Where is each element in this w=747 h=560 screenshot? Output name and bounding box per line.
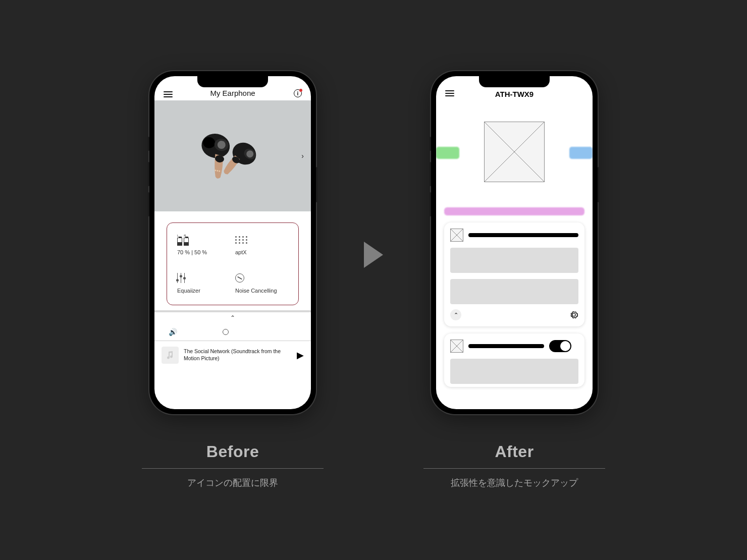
status-chip-right[interactable] bbox=[569, 147, 593, 159]
info-icon[interactable]: i bbox=[294, 89, 302, 97]
music-note-icon bbox=[162, 347, 179, 364]
before-screen: My Earphone i bbox=[154, 76, 311, 409]
after-label: After 拡張性を意識したモックアップ bbox=[423, 442, 605, 489]
divider bbox=[423, 468, 605, 469]
divider bbox=[142, 468, 324, 469]
chevron-right-icon[interactable]: › bbox=[301, 152, 304, 160]
content-placeholder bbox=[450, 248, 578, 273]
gear-icon[interactable] bbox=[569, 310, 578, 319]
arrow-right-icon bbox=[364, 242, 383, 268]
status-chip-left[interactable] bbox=[436, 147, 459, 159]
codec-icon bbox=[235, 236, 248, 244]
after-subtitle: 拡張性を意識したモックアップ bbox=[423, 477, 605, 489]
play-icon[interactable]: ▶ bbox=[297, 350, 304, 361]
product-hero: › bbox=[154, 100, 311, 211]
codec-value: aptX bbox=[235, 249, 288, 255]
hamburger-icon[interactable] bbox=[445, 90, 454, 96]
battery-status[interactable]: LR 70 % | 50 % bbox=[177, 234, 230, 255]
image-placeholder bbox=[484, 122, 545, 182]
before-header: My Earphone i bbox=[154, 76, 311, 100]
status-card: LR 70 % | 50 % aptX Equaiizer bbox=[167, 222, 299, 305]
feature-card-2 bbox=[444, 333, 584, 387]
before-label: Before アイコンの配置に限界 bbox=[142, 442, 324, 489]
highlight-bar[interactable] bbox=[444, 207, 584, 215]
after-hero bbox=[436, 101, 593, 202]
after-column: ATH-TWX9 ⌃ bbox=[423, 71, 605, 489]
text-placeholder bbox=[468, 344, 544, 348]
after-title: After bbox=[423, 442, 605, 461]
page-title: ATH-TWX9 bbox=[495, 90, 533, 98]
volume-row: 🔊 bbox=[154, 323, 311, 341]
after-header: ATH-TWX9 bbox=[436, 76, 593, 101]
noise-cancelling-label: Noise Cancelling bbox=[235, 288, 288, 294]
text-placeholder bbox=[468, 233, 578, 237]
now-playing-bar[interactable]: The Social Network (Soundtrack from the … bbox=[154, 341, 311, 369]
before-column: My Earphone i bbox=[142, 71, 324, 489]
toggle-switch[interactable] bbox=[549, 340, 571, 352]
equalizer-icon bbox=[177, 273, 185, 283]
expand-handle[interactable]: ⌃ bbox=[154, 312, 311, 323]
equalizer-tile[interactable]: Equaiizer bbox=[177, 272, 230, 294]
thumbnail-placeholder bbox=[450, 229, 463, 242]
collapse-button[interactable]: ⌃ bbox=[450, 309, 461, 320]
before-subtitle: アイコンの配置に限界 bbox=[142, 477, 324, 489]
before-phone: My Earphone i bbox=[149, 71, 316, 414]
feature-card-1: ⌃ bbox=[444, 222, 584, 326]
equalizer-label: Equaiizer bbox=[177, 288, 230, 294]
battery-value: 70 % | 50 % bbox=[177, 249, 230, 255]
content-placeholder bbox=[450, 359, 578, 384]
thumbnail-placeholder bbox=[450, 340, 463, 353]
after-phone: ATH-TWX9 ⌃ bbox=[431, 71, 598, 414]
circle-icon[interactable] bbox=[223, 329, 229, 335]
earbuds-image bbox=[182, 121, 283, 191]
speaker-icon[interactable]: 🔊 bbox=[169, 328, 177, 336]
codec-status[interactable]: aptX bbox=[235, 234, 288, 255]
noise-cancelling-tile[interactable]: Noise Cancelling bbox=[235, 272, 288, 294]
noise-cancel-icon bbox=[235, 273, 244, 283]
page-title: My Earphone bbox=[210, 89, 255, 97]
track-title: The Social Network (Soundtrack from the … bbox=[184, 348, 292, 362]
battery-icon bbox=[177, 238, 189, 246]
before-title: Before bbox=[142, 442, 324, 461]
after-screen: ATH-TWX9 ⌃ bbox=[436, 76, 593, 409]
hamburger-icon[interactable] bbox=[164, 91, 173, 97]
content-placeholder bbox=[450, 279, 578, 304]
